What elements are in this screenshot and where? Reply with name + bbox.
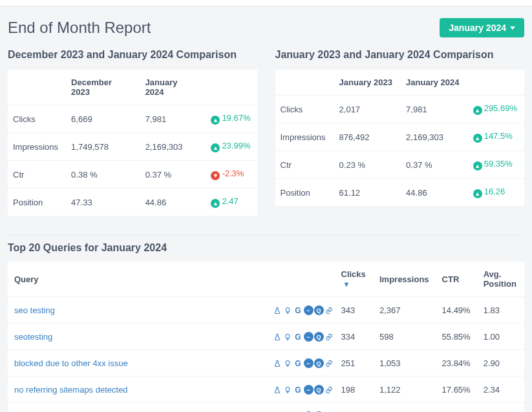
google-icon[interactable]: G [293,358,303,368]
tool-icon-cluster: G−Q [273,358,335,367]
compare-yoy-col-b: January 2024 [399,70,467,96]
tool-icon-cluster: G−Q [273,331,335,341]
col-impressions-header[interactable]: Impressions [373,262,436,297]
google-icon[interactable]: G [293,385,303,395]
report-container: End of Month Report January 2024 Decembe… [0,6,532,412]
metric-label: Clicks [8,105,65,133]
query-link[interactable]: seo testing [14,305,55,315]
compare-yoy-title: January 2023 and January 2024 Comparison [275,49,525,61]
minus-circle-icon[interactable]: − [304,385,314,395]
compare-prev-col-b: January 2024 [139,70,205,105]
cell-impressions: 1,053 [373,350,436,376]
compare-prev-col-a: December 2023 [65,70,139,105]
metric-b: 0.37 % [139,161,205,189]
cell-position: 1.00 [477,324,524,350]
arrow-up-icon: ▲ [473,134,482,143]
compare-prev-table: December 2023 January 2024 Clicks 6,669 … [8,70,257,216]
metric-b: 2,169,303 [139,133,205,161]
query-row: duplicate, google chose different canoni… [8,403,524,412]
q-circle-icon[interactable]: Q [314,385,324,395]
cell-clicks: 198 [335,376,373,403]
arrow-up-icon: ▲ [473,189,482,198]
metric-delta: ▲19.67% [211,113,250,123]
cell-impressions: 2,367 [373,297,436,324]
compare-yoy-card: January 2023 and January 2024 Comparison… [275,49,525,216]
cell-clicks: 251 [335,350,373,376]
app-top-bar [0,0,532,6]
minus-circle-icon[interactable]: − [304,305,314,315]
col-ctr-header[interactable]: CTR [436,262,477,297]
flask-icon[interactable] [273,358,282,368]
comparison-row: December 2023 and January 2024 Compariso… [8,49,524,216]
metric-b: 0.37 % [399,151,467,179]
q-circle-icon[interactable]: Q [314,332,324,342]
compare-yoy-row-position: Position 61.12 44.86 ▲16.26 [275,179,525,207]
col-position-header[interactable]: Avg. Position [477,262,524,297]
metric-a: 876,492 [333,123,400,151]
month-selector-button[interactable]: January 2024 [440,18,524,37]
queries-table: Query Clicks ▼ Impressions CTR Avg. Posi… [8,262,524,412]
cell-ctr: 14.49% [436,297,477,324]
query-link[interactable]: blocked due to other 4xx issue [14,358,128,368]
compare-prev-card: December 2023 and January 2024 Compariso… [8,49,257,216]
metric-delta: ▼-2.3% [211,169,244,178]
metric-label: Impressions [8,133,65,161]
metric-b: 2,169,303 [399,123,467,151]
q-circle-icon[interactable]: Q [314,358,324,368]
arrow-up-icon: ▲ [473,106,482,115]
bulb-icon[interactable] [283,385,293,395]
arrow-up-icon: ▲ [211,199,220,208]
minus-circle-icon[interactable]: − [304,358,314,368]
cell-ctr: 23.84% [436,350,477,376]
compare-prev-row-impressions: Impressions 1,749,578 2,169,303 ▲23.99% [8,133,257,161]
cell-clicks: 334 [335,324,373,350]
metric-b: 7,981 [399,96,467,123]
flask-icon[interactable] [273,332,282,342]
bulb-icon[interactable] [283,332,293,342]
metric-label: Impressions [275,123,333,151]
month-selector-label: January 2024 [449,23,506,33]
query-link[interactable]: no referring sitemaps detected [14,385,128,395]
link-icon[interactable] [325,385,334,395]
tool-icon-cluster: G−Q [273,305,335,314]
minus-circle-icon[interactable]: − [304,332,314,342]
compare-yoy-header-row: January 2023 January 2024 [275,70,525,96]
metric-a: 47.33 [65,189,139,216]
arrow-up-icon: ▲ [211,143,220,152]
flask-icon[interactable] [273,385,282,395]
sort-desc-icon: ▼ [343,280,350,288]
google-icon[interactable]: G [293,305,303,315]
flask-icon[interactable] [273,305,282,315]
tool-icon-cluster: G−Q [273,384,335,394]
metric-delta: ▲147.5% [473,131,513,141]
metric-label: Clicks [275,96,333,123]
bulb-icon[interactable] [283,305,293,315]
q-circle-icon[interactable]: Q [314,305,324,315]
arrow-up-icon: ▲ [473,161,482,170]
compare-prev-row-ctr: Ctr 0.38 % 0.37 % ▼-2.3% [8,161,257,189]
bulb-icon[interactable] [283,358,293,368]
cell-ctr: 17.65% [436,376,477,403]
cell-position: 6.94 [477,403,524,412]
compare-prev-row-clicks: Clicks 6,669 7,981 ▲19.67% [8,105,257,133]
link-icon[interactable] [325,305,334,315]
google-icon[interactable]: G [293,332,303,342]
cell-position: 2.34 [477,376,524,403]
query-link[interactable]: seotesting [14,332,52,342]
metric-delta: ▲59.35% [473,159,513,169]
queries-title: Top 20 Queries for January 2024 [8,242,524,254]
compare-yoy-row-clicks: Clicks 2,017 7,981 ▲295.69% [275,96,525,123]
col-query-header[interactable]: Query [8,262,266,297]
metric-a: 0.23 % [333,151,400,179]
section-divider [8,235,524,236]
cell-ctr: 55.85% [436,324,477,350]
link-icon[interactable] [325,358,334,368]
compare-yoy-row-ctr: Ctr 0.23 % 0.37 % ▲59.35% [275,151,525,179]
metric-delta: ▲2.47 [211,196,238,206]
cell-clicks: 101 [335,403,373,412]
col-clicks-header[interactable]: Clicks ▼ [335,262,373,297]
metric-delta: ▲295.69% [473,103,517,113]
caret-down-icon [510,26,515,30]
link-icon[interactable] [325,332,334,342]
metric-delta: ▲23.99% [211,141,250,150]
